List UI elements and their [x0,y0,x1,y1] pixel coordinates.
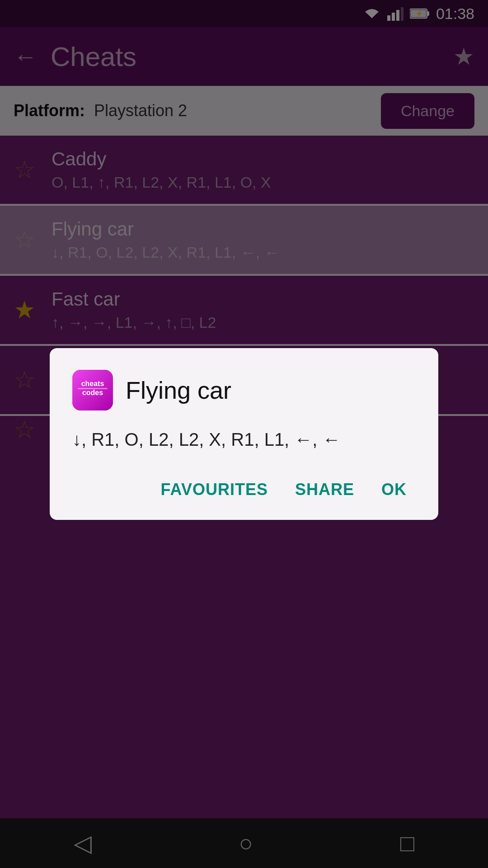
dialog-title: Flying car [126,376,231,404]
dialog-overlay: cheats codes Flying car ↓, R1, O, L2, L2… [0,0,488,868]
svg-text:cheats: cheats [81,380,104,387]
app-icon: cheats codes [72,370,113,410]
share-button[interactable]: SHARE [286,476,363,504]
svg-text:codes: codes [82,389,103,396]
dialog-header: cheats codes Flying car [72,370,416,410]
cheat-dialog: cheats codes Flying car ↓, R1, O, L2, L2… [50,348,438,520]
svg-rect-11 [78,388,108,389]
dialog-body: ↓, R1, O, L2, L2, X, R1, L1, ←, ← [72,427,416,452]
dialog-actions: FAVOURITES SHARE OK [72,476,416,504]
ok-button[interactable]: OK [372,476,416,504]
favourites-button[interactable]: FAVOURITES [152,476,277,504]
